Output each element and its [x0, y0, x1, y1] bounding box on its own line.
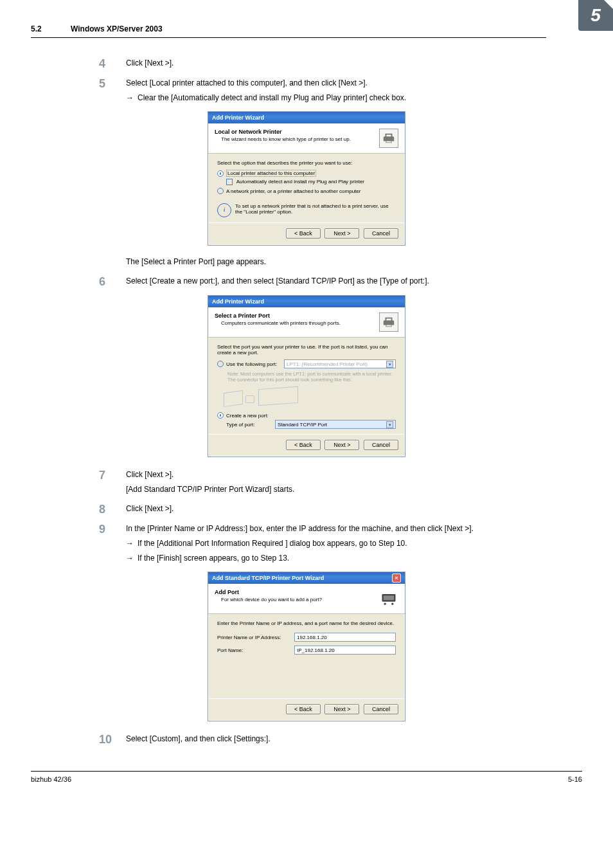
step-text: Click [Next >]. — [126, 59, 173, 68]
dialog-select-port: Add Printer Wizard Select a Printer Port… — [208, 295, 405, 457]
step-10: 10 Select [Custom], and then click [Sett… — [99, 733, 582, 745]
section-header: 5.2 Windows XP/Server 2003 — [31, 24, 546, 38]
radio-label: Local printer attached to this computer — [226, 170, 316, 177]
cancel-button[interactable]: Cancel — [364, 440, 398, 450]
next-button[interactable]: Next > — [324, 704, 359, 714]
port-name-label: Port Name: — [217, 647, 294, 653]
port-icon — [379, 589, 398, 608]
type-of-port-select[interactable]: Standard TCP/IP Port▾ — [275, 420, 396, 429]
page-footer: bizhub 42/36 5-16 — [31, 771, 582, 783]
dialog-add-port: Add Standard TCP/IP Printer Port Wizard … — [208, 572, 405, 721]
radio-local-printer[interactable] — [217, 170, 224, 177]
svg-point-2 — [384, 603, 386, 605]
cancel-button[interactable]: Cancel — [364, 704, 398, 714]
type-of-port-label: Type of port: — [226, 422, 275, 428]
dialog-heading: Add Port — [215, 589, 379, 595]
footer-page: 5-16 — [568, 775, 582, 783]
connector-sketch — [224, 386, 301, 408]
port-note: Note: Most computers use the LPT1: port … — [227, 371, 396, 383]
checkbox-auto-detect[interactable] — [226, 179, 233, 185]
dialog-local-or-network: Add Printer Wizard Local or Network Prin… — [208, 111, 405, 246]
step-text: Click [Next >]. — [126, 504, 173, 513]
step-text: Select [Local printer attached to this c… — [126, 78, 368, 87]
step-7: 7 Click [Next >]. [Add Standard TCP/IP P… — [99, 469, 582, 495]
cancel-button[interactable]: Cancel — [364, 228, 398, 239]
step-8: 8 Click [Next >]. — [99, 503, 582, 515]
radio-label: Use the following port: — [226, 361, 284, 367]
next-button[interactable]: Next > — [324, 228, 359, 239]
radio-label: A network printer, or a printer attached… — [226, 188, 360, 194]
info-text: To set up a network printer that is not … — [235, 203, 396, 217]
step-text: Select [Create a new port:], and then se… — [126, 276, 429, 285]
radio-use-following-port[interactable] — [217, 361, 224, 367]
step-number: 10 — [99, 733, 126, 745]
port-name-field[interactable]: IP_192.168.1.20 — [294, 646, 396, 655]
printer-icon — [379, 129, 398, 148]
after-step-5-text: The [Select a Printer Port] page appears… — [126, 257, 582, 266]
dialog-titlebar: Add Printer Wizard — [208, 296, 405, 307]
step-number: 6 — [99, 275, 126, 287]
step-sub: If the [Additional Port Information Requ… — [138, 538, 582, 550]
step-text: Select [Custom], and then click [Setting… — [126, 734, 271, 743]
info-icon: i — [217, 203, 231, 217]
ip-address-label: Printer Name or IP Address: — [217, 635, 294, 640]
back-button[interactable]: < Back — [286, 228, 321, 239]
dialog-heading: Local or Network Printer — [215, 129, 379, 135]
step-text: In the [Printer Name or IP Address:] box… — [126, 524, 474, 533]
svg-point-3 — [391, 603, 393, 605]
footer-model: bizhub 42/36 — [31, 775, 71, 783]
step-9: 9 In the [Printer Name or IP Address:] b… — [99, 523, 582, 564]
dialog-titlebar: Add Printer Wizard — [208, 112, 405, 123]
next-button[interactable]: Next > — [324, 440, 359, 450]
dialog-instruction: Enter the Printer Name or IP address, an… — [217, 620, 396, 626]
step-5: 5 Select [Local printer attached to this… — [99, 77, 582, 104]
dialog-subheading: For which device do you want to add a po… — [215, 597, 379, 602]
ip-address-field[interactable]: 192.168.1.20 — [294, 633, 396, 642]
step-sub: If the [Finish] screen appears, go to St… — [138, 552, 582, 565]
close-icon[interactable]: × — [392, 574, 401, 583]
port-select[interactable]: LPT1: (Recommended Printer Port)▾ — [284, 359, 396, 368]
svg-rect-1 — [384, 595, 394, 600]
checkbox-label: Automatically detect and install my Plug… — [236, 179, 364, 185]
arrow-icon: → — [126, 92, 138, 104]
step-4: 4 Click [Next >]. — [99, 57, 582, 69]
step-sub: Clear the [Automatically detect and inst… — [138, 92, 582, 104]
radio-create-new-port[interactable] — [217, 412, 224, 419]
radio-network-printer[interactable] — [217, 188, 224, 194]
arrow-icon: → — [126, 538, 138, 550]
dialog-instruction: Select the option that describes the pri… — [217, 160, 396, 166]
step-number: 8 — [99, 503, 126, 515]
dialog-subheading: Computers communicate with printers thro… — [215, 320, 379, 326]
section-title: Windows XP/Server 2003 — [71, 24, 163, 33]
chapter-corner: 5 — [578, 0, 613, 31]
radio-label: Create a new port: — [226, 413, 269, 419]
step-number: 9 — [99, 523, 126, 564]
dialog-instruction: Select the port you want your printer to… — [217, 344, 396, 356]
back-button[interactable]: < Back — [286, 440, 321, 450]
dialog-subheading: The wizard needs to know which type of p… — [215, 136, 379, 142]
dialog-heading: Select a Printer Port — [215, 312, 379, 319]
step-6: 6 Select [Create a new port:], and then … — [99, 275, 582, 287]
step-number: 7 — [99, 469, 126, 495]
step-number: 4 — [99, 57, 126, 69]
step-text: Click [Next >]. — [126, 470, 173, 479]
arrow-icon: → — [126, 552, 138, 565]
dialog-titlebar: Add Standard TCP/IP Printer Port Wizard … — [208, 572, 405, 584]
back-button[interactable]: < Back — [286, 704, 321, 714]
printer-icon — [379, 312, 398, 332]
step-number: 5 — [99, 77, 126, 104]
step-line2: [Add Standard TCP/IP Printer Port Wizard… — [126, 484, 582, 496]
section-number: 5.2 — [31, 24, 71, 33]
